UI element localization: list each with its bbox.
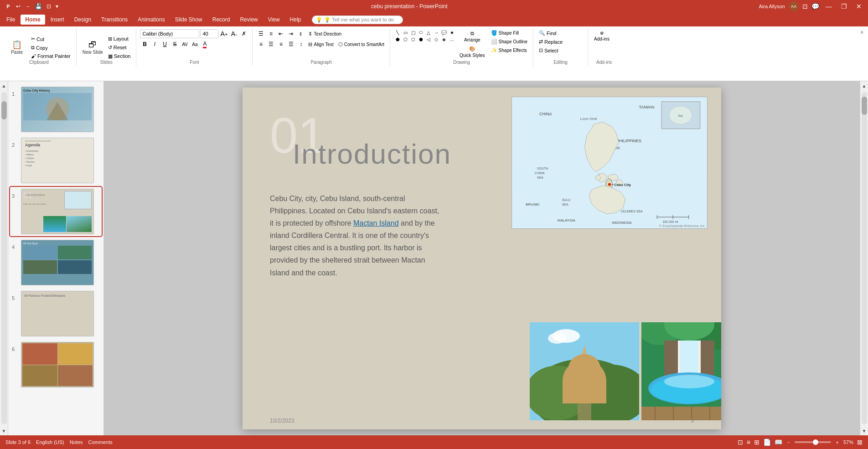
window-comments[interactable]: 💬 bbox=[811, 3, 819, 10]
char-spacing-button[interactable]: AV bbox=[180, 40, 189, 49]
shape-rect[interactable]: ▭ bbox=[402, 29, 409, 36]
zoom-out[interactable]: － bbox=[786, 439, 791, 446]
qa-undo[interactable]: ↩ bbox=[15, 2, 22, 10]
find-button[interactable]: 🔍 Find bbox=[537, 29, 564, 37]
slide-thumbnail-1[interactable]: 1 Cebu City History bbox=[10, 85, 102, 134]
font-size-decrease[interactable]: A- bbox=[229, 29, 238, 38]
shape-6[interactable]: ◁ bbox=[425, 36, 432, 42]
new-slide-button[interactable]: 🗗 New Slide bbox=[80, 39, 105, 56]
font-size-increase[interactable]: A+ bbox=[219, 29, 228, 38]
scroll-up-arrow[interactable]: ▲ bbox=[0, 81, 8, 90]
font-name-input[interactable] bbox=[140, 29, 199, 38]
shape-7[interactable]: ◇ bbox=[433, 36, 440, 42]
qa-save[interactable]: 💾 bbox=[34, 2, 43, 10]
menu-slideshow[interactable]: Slide Show bbox=[170, 15, 207, 25]
shape-line[interactable]: ╲ bbox=[394, 29, 401, 36]
shape-3[interactable]: ⬠ bbox=[402, 36, 409, 42]
font-size-input[interactable] bbox=[200, 29, 218, 38]
italic-button[interactable]: I bbox=[150, 40, 159, 49]
align-text-button[interactable]: ⊟ Align Text bbox=[306, 41, 335, 48]
bold-button[interactable]: B bbox=[140, 40, 149, 49]
case-button[interactable]: Aa bbox=[190, 40, 199, 49]
cut-button[interactable]: ✂ Cut bbox=[29, 35, 72, 43]
reset-button[interactable]: ↺ Reset bbox=[106, 44, 133, 52]
qa-redo[interactable]: → bbox=[24, 2, 32, 10]
mactan-island-link[interactable]: Mactan Island bbox=[353, 219, 399, 227]
view-outline[interactable]: ≡ bbox=[747, 439, 750, 446]
menu-help[interactable]: Help bbox=[285, 15, 306, 25]
shape-star[interactable]: ★ bbox=[448, 29, 455, 36]
menu-design[interactable]: Design bbox=[70, 15, 96, 25]
view-notes[interactable]: 📄 bbox=[763, 439, 771, 446]
underline-button[interactable]: U bbox=[160, 40, 169, 49]
zoom-slider[interactable] bbox=[795, 441, 831, 443]
menu-insert[interactable]: Insert bbox=[46, 15, 69, 25]
right-scroll-down[interactable]: ▼ bbox=[861, 426, 868, 435]
replace-button[interactable]: ⇄ Replace bbox=[537, 38, 564, 46]
numbering-button[interactable]: ≡ bbox=[266, 29, 275, 38]
notes-button[interactable]: Notes bbox=[70, 439, 83, 445]
shape-fill-button[interactable]: 🪣 Shape Fill bbox=[489, 29, 529, 37]
menu-review[interactable]: Review bbox=[235, 15, 262, 25]
scroll-down-arrow[interactable]: ▼ bbox=[0, 426, 8, 435]
layout-button[interactable]: ⊞ Layout bbox=[106, 35, 133, 43]
qa-customize[interactable]: ⊡ bbox=[45, 2, 52, 10]
fit-slide[interactable]: ⊠ bbox=[857, 439, 863, 446]
menu-transitions[interactable]: Transitions bbox=[97, 15, 132, 25]
photo-waterfall[interactable] bbox=[641, 322, 721, 420]
quick-styles-button[interactable]: 🎨 Quick Styles bbox=[457, 45, 487, 59]
shape-arrow[interactable]: → bbox=[433, 29, 440, 36]
add-ins-button[interactable]: ⊕ Add-ins bbox=[592, 29, 612, 43]
copy-button[interactable]: ⧉ Copy bbox=[29, 44, 72, 52]
zoom-level[interactable]: 57% bbox=[843, 439, 853, 445]
clear-formatting[interactable]: ✗ bbox=[239, 29, 248, 38]
slide-title[interactable]: Introduction bbox=[293, 138, 451, 170]
slide-body-text[interactable]: Cebu City, city, Cebu Island, south-cent… bbox=[270, 192, 443, 279]
slide-thumbnail-3[interactable]: 3 01 Introduction Cebu City, city, Cebu … bbox=[10, 187, 102, 236]
shape-round-rect[interactable]: ▢ bbox=[409, 29, 417, 36]
bullets-button[interactable]: ☰ bbox=[256, 29, 265, 38]
shape-5[interactable]: ⬢ bbox=[417, 36, 424, 42]
right-scroll-up[interactable]: ▲ bbox=[861, 81, 868, 90]
convert-smartart-button[interactable]: ⬡ Convert to SmartArt bbox=[336, 41, 386, 48]
philippines-map[interactable]: PH CHINA TAIWAN PHILIPPINES PHILIPPINE S… bbox=[512, 97, 708, 229]
menu-file[interactable]: File bbox=[2, 15, 20, 25]
view-reading[interactable]: 📖 bbox=[775, 439, 782, 446]
align-center[interactable]: ☰ bbox=[266, 40, 275, 49]
zoom-in[interactable]: ＋ bbox=[835, 439, 840, 446]
align-left[interactable]: ≡ bbox=[256, 40, 265, 49]
tell-me-bar[interactable]: 💡 💡 Tell me what you want to do bbox=[312, 15, 403, 24]
justify[interactable]: ☰ bbox=[286, 40, 295, 49]
shape-2[interactable]: ⬟ bbox=[394, 36, 401, 42]
strikethrough-button[interactable]: S bbox=[170, 40, 179, 49]
slide-thumbnail-2[interactable]: 2 Agenda • Introduction• History• Cultur… bbox=[10, 136, 102, 185]
select-button[interactable]: ⊡ Select bbox=[537, 46, 564, 54]
increase-indent[interactable]: ⇥ bbox=[286, 29, 295, 38]
window-share[interactable]: ⊡ bbox=[802, 3, 808, 10]
arrange-button[interactable]: ⧉ Arrange bbox=[457, 29, 487, 44]
shape-4[interactable]: ⬡ bbox=[409, 36, 417, 42]
section-button[interactable]: ▦ Section bbox=[106, 52, 133, 60]
shape-outline-button[interactable]: ⬜ Shape Outline bbox=[489, 38, 529, 46]
columns-button[interactable]: ⫾ bbox=[296, 29, 305, 38]
view-normal[interactable]: ⊡ bbox=[738, 439, 743, 446]
shape-callout[interactable]: 💬 bbox=[440, 29, 448, 36]
format-painter-button[interactable]: 🖌 Format Painter bbox=[29, 52, 72, 60]
decrease-indent[interactable]: ⇤ bbox=[276, 29, 285, 38]
view-sorter[interactable]: ⊞ bbox=[754, 439, 760, 446]
slide-thumbnail-6[interactable]: 6 bbox=[10, 340, 102, 389]
font-color-button[interactable]: A bbox=[200, 40, 209, 49]
photo-temple[interactable] bbox=[530, 322, 639, 420]
window-restore[interactable]: ❐ bbox=[838, 3, 850, 10]
slide-thumbnail-5[interactable]: 5 04 Famous Foods/Delicacies bbox=[10, 289, 102, 338]
ribbon-collapse-button[interactable]: ∧ bbox=[858, 28, 865, 36]
shape-8[interactable]: ◈ bbox=[440, 36, 448, 42]
menu-record[interactable]: Record bbox=[208, 15, 235, 25]
align-right[interactable]: ≡ bbox=[276, 40, 285, 49]
qa-more[interactable]: ▾ bbox=[54, 2, 60, 10]
shape-triangle[interactable]: △ bbox=[425, 29, 432, 36]
menu-home[interactable]: Home bbox=[21, 15, 45, 25]
text-direction-button[interactable]: ⇕ Text Direction bbox=[306, 30, 343, 38]
comments-button[interactable]: Comments bbox=[88, 439, 113, 445]
shape-more[interactable]: … bbox=[448, 36, 455, 42]
